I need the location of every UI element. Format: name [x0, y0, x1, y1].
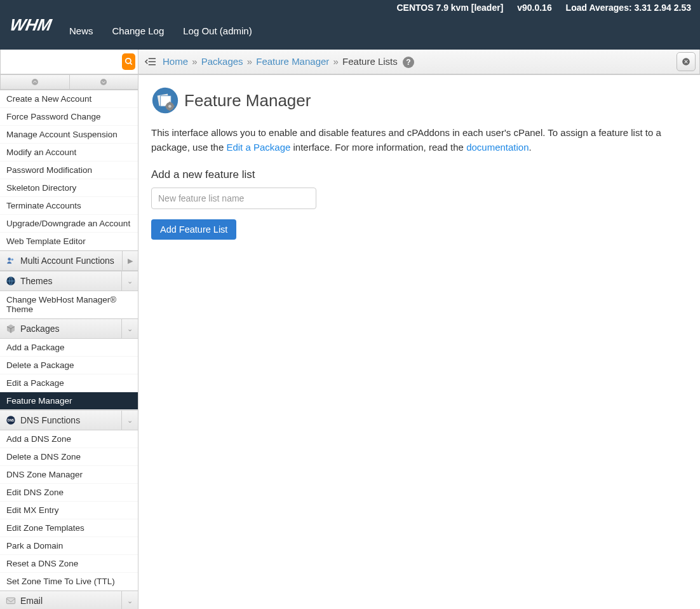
sidebar-header-email[interactable]: Email ⌄: [0, 591, 138, 609]
breadcrumb-bar: Home » Packages » Feature Manager » Feat…: [138, 50, 700, 74]
sidebar-item[interactable]: Set Zone Time To Live (TTL): [0, 573, 138, 591]
sidebar-item[interactable]: Web Template Editor: [0, 233, 138, 250]
sidebar-header-themes[interactable]: Themes ⌄: [0, 271, 138, 291]
sidebar-item[interactable]: Reset a DNS Zone: [0, 555, 138, 573]
sidebar-header-dns[interactable]: DNS DNS Functions ⌄: [0, 410, 138, 430]
nav-changelog[interactable]: Change Log: [112, 25, 165, 36]
sidebar-item[interactable]: Change WebHost Manager® Theme: [0, 291, 138, 318]
main-content: Feature Manager This interface allows yo…: [138, 75, 700, 609]
svg-rect-23: [165, 106, 167, 107]
sidebar-item[interactable]: Upgrade/Downgrade an Account: [0, 215, 138, 233]
mail-icon: [5, 595, 17, 606]
page-header: Feature Manager: [151, 86, 687, 114]
svg-point-0: [125, 58, 130, 64]
menu-collapse-icon: [144, 57, 157, 67]
chevron-down-icon: ⌄: [121, 411, 133, 430]
breadcrumb-current: Feature Lists: [342, 56, 398, 67]
svg-line-1: [130, 63, 131, 65]
page-title: Feature Manager: [184, 91, 311, 111]
help-icon[interactable]: ?: [403, 57, 414, 68]
sidebar-item[interactable]: Manage Account Suspension: [0, 126, 138, 144]
section-label: Add a new feature list: [151, 168, 687, 181]
chevron-down-icon: [100, 78, 107, 86]
svg-point-8: [32, 79, 38, 85]
feature-list-name-input[interactable]: [151, 188, 316, 209]
sidebar[interactable]: Create a New Account Force Password Chan…: [0, 90, 138, 609]
load-averages: Load Averages: 3.31 2.94 2.53: [566, 3, 691, 13]
chevron-up-icon: [31, 78, 39, 86]
search-icon: [125, 57, 133, 66]
sidebar-header-multi-account[interactable]: Multi Account Functions ▶: [0, 250, 138, 271]
box-icon: [5, 323, 17, 334]
sidebar-item[interactable]: Force Password Change: [0, 108, 138, 126]
sidebar-item[interactable]: Terminate Accounts: [0, 197, 138, 215]
sidebar-header-label: Email: [20, 596, 43, 606]
sidebar-item[interactable]: Add a Package: [0, 339, 138, 357]
logo[interactable]: WHM: [8, 15, 53, 35]
search-wrap: [0, 50, 138, 74]
close-panel-button[interactable]: [676, 52, 696, 71]
sidebar-item[interactable]: Password Modification: [0, 161, 138, 179]
search-button[interactable]: [122, 53, 135, 70]
sidebar-item[interactable]: Skeleton Directory: [0, 179, 138, 197]
feature-manager-icon: [151, 86, 179, 114]
close-icon: [682, 57, 690, 66]
sidebar-header-label: Packages: [20, 324, 59, 334]
topbar-info: CENTOS 7.9 kvm [leader] v90.0.16 Load Av…: [385, 3, 691, 13]
toolbar-row: Home » Packages » Feature Manager » Feat…: [0, 50, 700, 75]
nav-news[interactable]: News: [69, 25, 93, 36]
top-nav: News Change Log Log Out (admin): [69, 25, 252, 36]
users-icon: [5, 255, 17, 266]
svg-point-20: [168, 105, 172, 108]
sidebar-item[interactable]: Create a New Account: [0, 90, 138, 108]
edit-package-link[interactable]: Edit a Package: [226, 142, 290, 153]
add-feature-list-button[interactable]: Add Feature List: [151, 219, 236, 240]
svg-rect-21: [169, 102, 170, 104]
svg-rect-22: [169, 109, 170, 111]
breadcrumb: Home » Packages » Feature Manager » Feat…: [163, 56, 414, 68]
svg-point-11: [11, 259, 14, 261]
breadcrumb-feature-manager[interactable]: Feature Manager: [256, 56, 329, 67]
system-info: CENTOS 7.9 kvm [leader]: [396, 3, 503, 13]
sidebar-item[interactable]: Edit Zone Templates: [0, 519, 138, 537]
documentation-link[interactable]: documentation: [466, 142, 528, 153]
sidebar-item[interactable]: DNS Zone Manager: [0, 466, 138, 484]
nav-collapse-up[interactable]: [0, 75, 69, 90]
chevron-down-icon: ⌄: [121, 271, 133, 291]
svg-rect-15: [6, 598, 15, 603]
chevron-down-icon: ⌄: [121, 591, 133, 609]
svg-rect-24: [173, 106, 175, 107]
nav-arrow-row: [0, 75, 138, 90]
nav-logout[interactable]: Log Out (admin): [183, 25, 252, 36]
svg-text:DNS: DNS: [8, 419, 14, 422]
svg-point-10: [8, 257, 11, 261]
topbar: CENTOS 7.9 kvm [leader] v90.0.16 Load Av…: [0, 0, 700, 50]
breadcrumb-home[interactable]: Home: [163, 56, 188, 67]
sidebar-header-label: Multi Account Functions: [20, 256, 114, 266]
sidebar-header-label: Themes: [20, 276, 53, 286]
sidebar-item[interactable]: Edit a Package: [0, 374, 138, 392]
breadcrumb-packages[interactable]: Packages: [201, 56, 243, 67]
sidebar-item[interactable]: Delete a DNS Zone: [0, 448, 138, 466]
sidebar-header-packages[interactable]: Packages ⌄: [0, 318, 138, 339]
nav-collapse-down[interactable]: [69, 75, 139, 90]
sidebar-item[interactable]: Edit MX Entry: [0, 502, 138, 519]
version: v90.0.16: [517, 3, 552, 13]
dns-icon: DNS: [5, 414, 17, 426]
globe-icon: [5, 275, 17, 287]
sidebar-item[interactable]: Edit DNS Zone: [0, 484, 138, 502]
chevron-right-icon: ▶: [122, 251, 133, 270]
page-description: This interface allows you to enable and …: [151, 126, 687, 154]
sidebar-header-label: DNS Functions: [20, 415, 80, 425]
search-input[interactable]: [3, 53, 122, 71]
sidebar-item[interactable]: Add a DNS Zone: [0, 430, 138, 448]
sidebar-item[interactable]: Modify an Account: [0, 144, 138, 161]
svg-point-9: [100, 79, 107, 85]
sidebar-item[interactable]: Park a Domain: [0, 537, 138, 555]
sidebar-item-feature-manager[interactable]: Feature Manager: [0, 392, 138, 410]
chevron-down-icon: ⌄: [121, 319, 133, 338]
sidebar-item[interactable]: Delete a Package: [0, 357, 138, 374]
sidebar-toggle-button[interactable]: [144, 55, 158, 69]
